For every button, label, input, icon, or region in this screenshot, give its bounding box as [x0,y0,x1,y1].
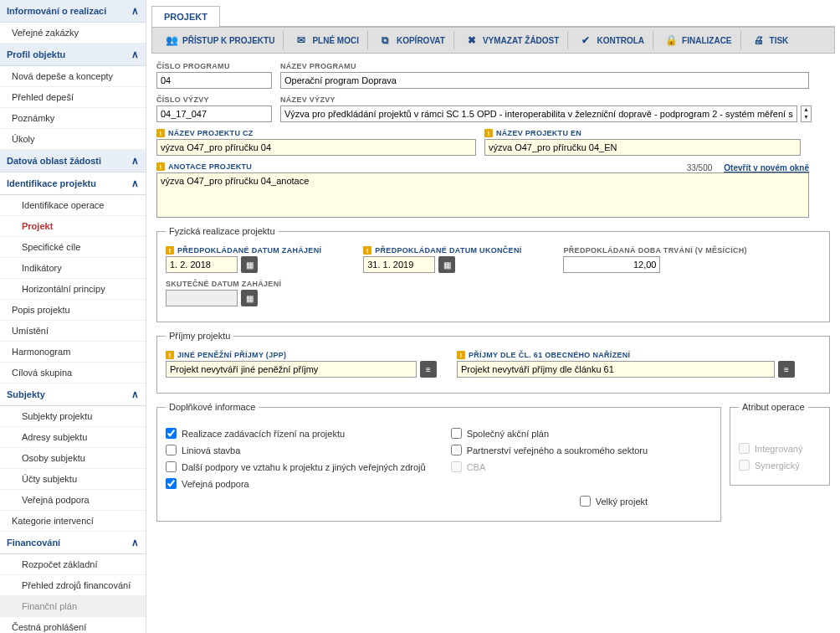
checkbox-row-verejna: Veřejná podpora [166,478,426,489]
input-nazev-cz[interactable] [156,139,476,156]
input-dat-zah[interactable] [166,256,238,273]
toolbar: 👥PŘÍSTUP K PROJEKTU ✉PLNÉ MOCI ⧉KOPÍROVA… [151,27,835,54]
input-skut-zah[interactable] [166,290,238,306]
sidebar-group-subj[interactable]: Subjekty∧ [0,383,146,406]
sidebar-item-poznamky[interactable]: Poznámky [0,108,146,129]
sidebar-item-umist[interactable]: Umístění [0,321,146,342]
sidebar-item-prehled-zdr[interactable]: Přehled zdrojů financování [0,575,146,596]
sidebar-item-rozpocet[interactable]: Rozpočet základní [0,554,146,575]
required-icon [156,129,165,137]
sidebar-item-zakazky[interactable]: Veřejné zakázky [0,23,146,44]
label-nazev-en: NÁZEV PROJEKTU EN [484,129,801,137]
sidebar-item-osoby[interactable]: Osoby subjektu [0,448,146,469]
sidebar-item-projekt[interactable]: Projekt [0,216,146,237]
toolbar-vymazat[interactable]: ✖VYMAZAT ŽÁDOST [458,31,568,49]
input-dat-ukon[interactable] [363,256,435,273]
calendar-icon[interactable]: ▦ [241,256,258,273]
char-counter: 33/500 [687,163,713,172]
sidebar-item-harmon[interactable]: Harmonogram [0,342,146,363]
toolbar-label: VYMAZAT ŽÁDOST [483,36,559,45]
sidebar-group-info[interactable]: Informování o realizaci∧ [0,0,146,23]
checkbox-row-linio: Liniová stavba [166,445,426,455]
checkbox-spol[interactable] [451,428,462,439]
tab-projekt[interactable]: PROJEKT [151,6,220,27]
sidebar-item-spec[interactable]: Specifické cíle [0,237,146,258]
sidebar-item-ucty[interactable]: Účty subjektu [0,469,146,490]
toolbar-finalizace[interactable]: 🔒FINALIZACE [657,31,740,49]
sidebar-group-label: Subjekty [7,389,45,399]
chevron-up-icon: ∧ [131,178,139,189]
open-new-window-link[interactable]: Otevřít v novém okně [724,163,809,172]
sidebar-group-datova[interactable]: Datová oblast žádosti∧ [0,150,146,172]
toolbar-kopirovat[interactable]: ⧉KOPÍROVAT [371,31,454,49]
sidebar-item-nova-depese[interactable]: Nová depeše a koncepty [0,66,146,87]
required-icon [484,129,493,137]
field-nazev-en: NÁZEV PROJEKTU EN [484,129,801,156]
calendar-icon[interactable]: ▦ [438,256,455,273]
sidebar-item-indik[interactable]: Indikátory [0,258,146,279]
list-icon[interactable]: ≡ [420,361,437,378]
sidebar-item-popis[interactable]: Popis projektu [0,300,146,321]
input-doba[interactable] [563,256,660,273]
tab-bar: PROJEKT [151,5,835,27]
sidebar-item-ident-op[interactable]: Identifikace operace [0,195,146,216]
input-cl61[interactable] [457,361,775,378]
sidebar-item-subj-proj[interactable]: Subjekty projektu [0,406,146,427]
sidebar-group-profil[interactable]: Profil objektu∧ [0,44,146,66]
textarea-anotace[interactable] [156,172,809,218]
toolbar-kontrola[interactable]: ✔KONTROLA [571,31,653,49]
input-nazev-en[interactable] [484,139,801,156]
input-nazev-vyzvy[interactable] [280,106,797,122]
sidebar-item-ukoly[interactable]: Úkoly [0,129,146,150]
field-cislo-programu: ČÍSLO PROGRAMU [156,62,272,89]
label-nazev-programu: NÁZEV PROGRAMU [280,62,830,70]
toolbar-label: KONTROLA [597,36,644,45]
input-cislo-vyzvy[interactable] [156,106,272,122]
toolbar-pristup[interactable]: 👥PŘÍSTUP K PROJEKTU [157,31,284,49]
sidebar-item-adresy[interactable]: Adresy subjektu [0,427,146,448]
sidebar-item-horiz[interactable]: Horizontální principy [0,279,146,300]
field-dat-ukon: PŘEDPOKLÁDANÉ DATUM UKONČENÍ ▦ [363,246,521,273]
chevron-up-icon: ∧ [131,49,139,60]
checkbox-partner[interactable] [451,445,462,455]
print-icon: 🖨 [753,34,765,46]
input-nazev-programu[interactable] [280,72,809,89]
toolbar-tisk[interactable]: 🖨TISK [745,31,797,49]
checkbox-row-realiz: Realizace zadávacích řízení na projektu [166,428,426,439]
sidebar-item-kateg[interactable]: Kategorie intervencí [0,511,146,532]
field-dat-zah: PŘEDPOKLÁDANÉ DATUM ZAHÁJENÍ ▦ [166,246,321,273]
spin-up-icon[interactable]: ▲ [802,106,811,114]
checkbox-verejna[interactable] [166,478,177,489]
fieldset-fyzicka: Fyzická realizace projektu PŘEDPOKLÁDANÉ… [156,226,830,322]
checkbox-row-integr: Integrovaný [739,443,821,454]
legend-dopl: Doplňkové informace [166,402,259,412]
copy-icon: ⧉ [380,34,392,46]
sidebar-group-label: Profil objektu [7,49,65,59]
label-nazev-vyzvy: NÁZEV VÝZVY [280,95,830,104]
sidebar-item-cestna[interactable]: Čestná prohlášení [0,617,146,633]
input-cislo-programu[interactable] [156,72,272,89]
toolbar-plnemoci[interactable]: ✉PLNÉ MOCI [287,31,368,49]
checkbox-dalsi[interactable] [166,461,177,472]
sidebar-item-prehled-depesi[interactable]: Přehled depeší [0,87,146,108]
list-icon[interactable]: ≡ [778,361,795,378]
sidebar-group-label: Identifikace projektu [7,178,96,188]
sidebar-item-finplan[interactable]: Finanční plán [0,596,146,617]
checkbox-row-spol: Společný akční plán [451,428,648,439]
calendar-icon[interactable]: ▦ [241,290,258,306]
legend-fyzicka: Fyzická realizace projektu [166,226,279,236]
sidebar-group-fin[interactable]: Financování∧ [0,532,146,554]
checkbox-realiz[interactable] [166,428,177,439]
sidebar-item-verejna[interactable]: Veřejná podpora [0,490,146,511]
label-nazev-cz: NÁZEV PROJEKTU CZ [156,129,476,137]
sidebar-group-ident[interactable]: Identifikace projektu∧ [0,172,146,195]
toolbar-label: TISK [770,36,789,45]
input-jpp[interactable] [166,361,417,378]
spin-down-icon[interactable]: ▼ [802,114,811,121]
label-anotace: ANOTACE PROJEKTU [156,162,252,171]
sidebar-item-cilova[interactable]: Cílová skupina [0,363,146,383]
label-jpp: JINÉ PENĚŽNÍ PŘÍJMY (JPP) [166,351,437,359]
toolbar-label: FINALIZACE [682,36,731,45]
checkbox-velky[interactable] [580,496,591,507]
checkbox-linio[interactable] [166,445,177,455]
